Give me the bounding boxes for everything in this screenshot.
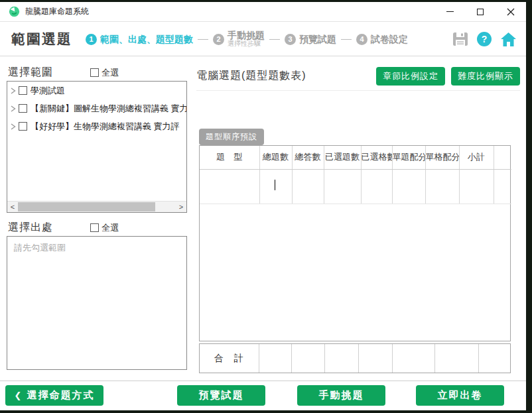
tree-item-label: 【好好學】生物學測總複習講義 實力評 bbox=[31, 121, 180, 133]
expand-chevron-icon[interactable] bbox=[11, 123, 19, 130]
app-window: 龍騰題庫命題系統 範圍選題 1 範圍、出處、題型題數 2 手動挑題 選擇性步驟 bbox=[0, 2, 526, 410]
step-4-label: 試卷設定 bbox=[371, 34, 408, 44]
help-button[interactable]: ? bbox=[477, 32, 492, 46]
question-type-table: 題 型 總題數 總答數 已選題數 已選格數 單題配分 單格配分 小計 bbox=[199, 145, 511, 341]
table-cell[interactable] bbox=[292, 169, 324, 204]
total-cell bbox=[479, 344, 510, 373]
minimize-button[interactable] bbox=[434, 2, 465, 21]
generate-paper-button[interactable]: 立即出卷 bbox=[416, 385, 504, 406]
step-connector bbox=[269, 39, 280, 40]
maximize-icon bbox=[477, 9, 484, 15]
step-3-label: 預覽試題 bbox=[299, 34, 336, 44]
scrollbar-thumb[interactable] bbox=[18, 202, 155, 211]
scrollbar-track[interactable] bbox=[18, 202, 176, 212]
step-1-label: 範圍、出處、題型題數 bbox=[100, 34, 193, 44]
col-total-answers: 總答數 bbox=[292, 146, 324, 169]
col-points-per-cell: 單格配分 bbox=[425, 146, 459, 169]
tree-item-exam-questions[interactable]: 學測試題 bbox=[7, 82, 186, 99]
manual-pick-button[interactable]: 手動挑題 bbox=[297, 385, 385, 406]
col-empty bbox=[494, 146, 511, 169]
window-title: 龍騰題庫命題系統 bbox=[25, 6, 89, 17]
total-cell bbox=[393, 344, 436, 373]
range-select-all[interactable]: 全選 bbox=[90, 67, 119, 79]
tree-item-checkbox[interactable] bbox=[19, 122, 27, 131]
ratio-buttons: 章節比例設定 難度比例顯示 bbox=[376, 67, 520, 86]
source-list[interactable]: 請先勾選範圍 bbox=[7, 236, 187, 370]
horizontal-scrollbar[interactable]: < > bbox=[7, 201, 186, 212]
text-caret bbox=[275, 180, 275, 190]
table-row bbox=[200, 169, 511, 204]
range-section-title: 選擇範圍 bbox=[8, 66, 53, 80]
total-label-cell: 合 計 bbox=[200, 344, 259, 373]
range-select-all-label: 全選 bbox=[101, 67, 119, 79]
source-section-header: 選擇出處 全選 bbox=[8, 221, 186, 235]
col-subtotal: 小計 bbox=[459, 146, 494, 169]
back-button-label: 選擇命題方式 bbox=[27, 389, 94, 402]
table-cell[interactable] bbox=[324, 169, 361, 204]
step-3-badge: 3 bbox=[285, 34, 296, 45]
divider bbox=[0, 381, 526, 381]
step-4-badge: 4 bbox=[356, 34, 367, 45]
step-1-range[interactable]: 1 範圍、出處、題型題數 bbox=[86, 34, 193, 45]
scroll-right-icon[interactable]: > bbox=[176, 202, 186, 212]
total-cell bbox=[259, 344, 293, 373]
table-cell[interactable] bbox=[361, 169, 392, 204]
tree-item-label: 學測試題 bbox=[31, 85, 65, 97]
tree-item-label: 【新關鍵】圖解生物學測總複習講義 實力 bbox=[31, 103, 186, 115]
step-2-manual-pick[interactable]: 2 手動挑題 選擇性步驟 bbox=[213, 30, 265, 47]
page-title: 範圍選題 bbox=[11, 30, 72, 48]
table-cell[interactable] bbox=[459, 169, 494, 204]
table-cell[interactable] bbox=[425, 169, 459, 204]
step-4-paper-settings[interactable]: 4 試卷設定 bbox=[356, 34, 408, 45]
question-type-order-preset-button[interactable]: 題型順序預設 bbox=[199, 129, 264, 145]
step-connector bbox=[198, 39, 208, 40]
table-cell[interactable] bbox=[494, 169, 511, 204]
step-2-label: 手動挑題 bbox=[228, 30, 265, 40]
col-question-type: 題 型 bbox=[200, 146, 259, 169]
preview-questions-button[interactable]: 預覽試題 bbox=[177, 385, 265, 406]
scroll-left-icon[interactable]: < bbox=[7, 202, 18, 212]
home-icon bbox=[500, 32, 517, 47]
minimize-icon bbox=[446, 11, 454, 12]
titlebar: 龍騰題庫命題系統 bbox=[0, 2, 526, 22]
source-select-all[interactable]: 全選 bbox=[90, 222, 119, 234]
col-selected-questions: 已選題數 bbox=[324, 146, 361, 169]
step-3-preview[interactable]: 3 預覽試題 bbox=[285, 34, 336, 45]
range-section-header: 選擇範圍 全選 bbox=[8, 66, 186, 80]
tree-item-study-well-guide[interactable]: 【好好學】生物學測總複習講義 實力評 bbox=[7, 117, 186, 135]
range-select-all-checkbox[interactable] bbox=[90, 68, 99, 77]
tree-item-checkbox[interactable] bbox=[19, 86, 27, 95]
save-button[interactable] bbox=[452, 32, 468, 46]
expand-chevron-icon[interactable] bbox=[11, 88, 19, 94]
close-button[interactable] bbox=[496, 2, 526, 21]
tree-item-new-key-guide[interactable]: 【新關鍵】圖解生物學測總複習講義 實力 bbox=[7, 99, 186, 117]
save-icon bbox=[452, 32, 468, 46]
total-cell bbox=[359, 344, 393, 373]
col-points-per-question: 單題配分 bbox=[392, 146, 425, 169]
app-logo-icon bbox=[9, 6, 20, 17]
source-section-title: 選擇出處 bbox=[8, 221, 53, 235]
source-select-all-checkbox[interactable] bbox=[90, 223, 99, 232]
tree-item-checkbox[interactable] bbox=[19, 104, 27, 113]
home-button[interactable] bbox=[500, 32, 517, 47]
step-connector bbox=[341, 39, 352, 40]
chapter-ratio-button[interactable]: 章節比例設定 bbox=[376, 67, 445, 86]
table-cell[interactable] bbox=[200, 169, 259, 204]
expand-chevron-icon[interactable] bbox=[11, 105, 19, 112]
table-cell-active[interactable] bbox=[259, 169, 292, 204]
wizard-steps: 1 範圍、出處、題型題數 2 手動挑題 選擇性步驟 3 預覽試題 4 試卷設定 bbox=[86, 30, 408, 47]
maximize-button[interactable] bbox=[465, 2, 496, 21]
col-total-questions: 總題數 bbox=[259, 146, 292, 169]
difficulty-ratio-button[interactable]: 難度比例顯示 bbox=[451, 67, 520, 86]
total-row: 合 計 bbox=[199, 343, 511, 373]
header-icons: ? bbox=[452, 32, 517, 47]
step-1-badge: 1 bbox=[86, 34, 97, 45]
total-cell bbox=[292, 344, 325, 373]
table-header-row: 題 型 總題數 總答數 已選題數 已選格數 單題配分 單格配分 小計 bbox=[200, 146, 511, 169]
step-2-sublabel: 選擇性步驟 bbox=[228, 40, 265, 48]
back-to-method-button[interactable]: ❮ 選擇命題方式 bbox=[5, 385, 103, 406]
help-icon: ? bbox=[482, 34, 488, 44]
table-cell[interactable] bbox=[392, 169, 425, 204]
total-cell bbox=[435, 344, 479, 373]
divider bbox=[196, 90, 520, 91]
